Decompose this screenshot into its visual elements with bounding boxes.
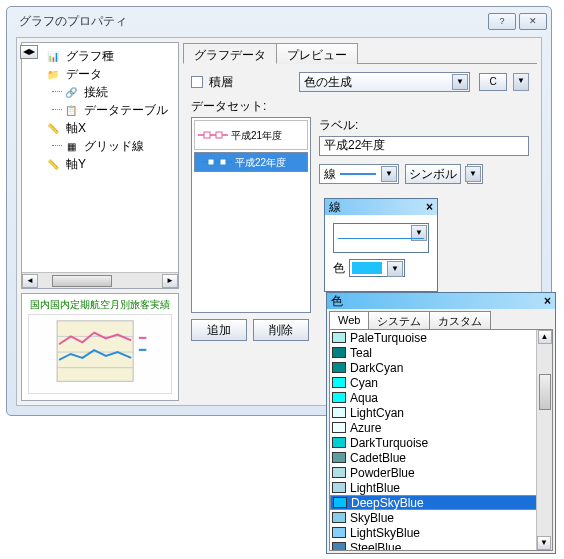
tab-web[interactable]: Web — [329, 311, 369, 329]
scroll-thumb[interactable] — [52, 275, 112, 287]
line-select[interactable]: 線 ▼ — [319, 164, 399, 184]
symbol-label: シンボル — [409, 166, 457, 183]
dataset-item[interactable]: 平成21年度 — [194, 120, 308, 150]
color-item[interactable]: Azure — [330, 420, 552, 435]
stack-checkbox[interactable] — [191, 76, 203, 88]
color-name: CadetBlue — [350, 451, 406, 465]
color-popup-header: 色 × — [327, 293, 555, 309]
scroll-left-icon[interactable]: ◄ — [22, 274, 38, 288]
scroll-up-icon[interactable]: ▲ — [538, 330, 552, 344]
color-item[interactable]: LightSkyBlue — [330, 525, 552, 540]
color-name: PowderBlue — [350, 466, 415, 480]
color-item[interactable]: PaleTurquoise — [330, 330, 552, 345]
delete-button[interactable]: 削除 — [253, 319, 309, 341]
tree-item[interactable]: 📏軸X — [44, 119, 176, 137]
color-item[interactable]: SkyBlue — [330, 510, 552, 525]
color-swatch — [332, 392, 346, 403]
dataset-list[interactable]: 平成21年度平成22年度 — [191, 117, 311, 313]
color-item[interactable]: SteelBlue — [330, 540, 552, 551]
c-button[interactable]: C — [479, 73, 507, 91]
svg-rect-10 — [208, 159, 214, 165]
h-scrollbar[interactable]: ◄ ► — [22, 272, 178, 288]
tab-custom[interactable]: カスタム — [429, 311, 491, 329]
color-item[interactable]: DarkTurquoise — [330, 435, 552, 450]
svg-text:━: ━ — [138, 343, 147, 356]
color-item[interactable]: LightCyan — [330, 405, 552, 420]
close-icon[interactable]: × — [544, 294, 551, 308]
scroll-thumb[interactable] — [539, 374, 551, 410]
stack-label: 積層 — [209, 74, 233, 91]
symbol-button[interactable]: シンボル — [405, 164, 461, 184]
collapse-button[interactable]: ◀▶ — [20, 45, 38, 59]
color-name: LightBlue — [350, 481, 400, 495]
color-name: DarkCyan — [350, 361, 403, 375]
dataset-label: 平成21年度 — [231, 130, 307, 141]
tree-item-label: グリッド線 — [84, 138, 144, 155]
tab-preview[interactable]: プレビュー — [276, 43, 358, 64]
color-item[interactable]: DeepSkyBlue — [330, 495, 552, 510]
chevron-down-icon: ▼ — [387, 261, 403, 277]
line-popup-header: 線 × — [325, 199, 437, 215]
color-swatch — [332, 362, 346, 373]
help-button[interactable]: ? — [488, 13, 516, 30]
color-name: Teal — [350, 346, 372, 360]
color-popup: 色 × Web システム カスタム PaleTurquoiseTealDarkC… — [326, 292, 556, 554]
color-item[interactable]: CadetBlue — [330, 450, 552, 465]
tree-item[interactable]: 📋データテーブル — [44, 101, 176, 119]
preview-title: 国内国内定期航空月別旅客実績 — [24, 298, 176, 312]
chevron-down-icon: ▼ — [411, 225, 427, 241]
color-name: Azure — [350, 421, 381, 435]
tree-item[interactable]: ▦グリッド線 — [44, 137, 176, 155]
v-scrollbar[interactable]: ▲ ▼ — [536, 330, 552, 550]
color-swatch — [333, 497, 347, 508]
tree-item[interactable]: 📏軸Y — [44, 155, 176, 173]
tree-panel: ◀▶ 📊グラフ種📁データ🔗接続📋データテーブル📏軸X▦グリッド線📏軸Y ◄ ► — [21, 42, 179, 289]
line-style-select[interactable]: ▼ — [333, 223, 429, 253]
property-tree[interactable]: 📊グラフ種📁データ🔗接続📋データテーブル📏軸X▦グリッド線📏軸Y — [22, 43, 178, 272]
color-swatch — [332, 332, 346, 343]
tree-item[interactable]: 📊グラフ種 — [44, 47, 176, 65]
chart-preview: 国内国内定期航空月別旅客実績 ━ ━ — [21, 293, 179, 401]
tab-system[interactable]: システム — [368, 311, 430, 329]
window-title: グラフのプロパティ — [19, 13, 488, 30]
color-item[interactable]: Aqua — [330, 390, 552, 405]
color-label: 色 — [333, 260, 345, 277]
close-button[interactable]: ✕ — [519, 13, 547, 30]
symbol-select[interactable]: ● ▼ — [467, 164, 483, 184]
color-list[interactable]: PaleTurquoiseTealDarkCyanCyanAquaLightCy… — [329, 329, 553, 551]
color-gen-select[interactable]: 色の生成 ▼ — [299, 72, 470, 92]
scroll-down-icon[interactable]: ▼ — [537, 536, 551, 550]
tree-item-label: 接続 — [84, 84, 108, 101]
tree-icon: 📁 — [44, 67, 62, 81]
color-item[interactable]: DarkCyan — [330, 360, 552, 375]
c-dropdown[interactable]: ▼ — [513, 73, 529, 91]
close-icon[interactable]: × — [426, 200, 433, 214]
color-name: Cyan — [350, 376, 378, 390]
color-swatch — [332, 482, 346, 493]
color-item[interactable]: PowderBlue — [330, 465, 552, 480]
color-name: SkyBlue — [350, 511, 394, 525]
line-color-select[interactable]: ▼ — [349, 259, 405, 277]
scroll-right-icon[interactable]: ► — [162, 274, 178, 288]
tree-item[interactable]: 🔗接続 — [44, 83, 176, 101]
tree-icon: 📋 — [62, 103, 80, 117]
svg-rect-11 — [220, 159, 226, 165]
label-input[interactable]: 平成22年度 — [319, 136, 529, 156]
color-item[interactable]: Cyan — [330, 375, 552, 390]
tab-graph-data[interactable]: グラフデータ — [183, 43, 277, 64]
tree-item-label: 軸Y — [66, 156, 86, 173]
svg-rect-8 — [216, 132, 222, 138]
tree-item-label: 軸X — [66, 120, 86, 137]
tree-item[interactable]: 📁データ — [44, 65, 176, 83]
titlebar: グラフのプロパティ ? ✕ — [7, 7, 551, 35]
color-swatch — [332, 407, 346, 418]
color-swatch — [332, 347, 346, 358]
color-name: Aqua — [350, 391, 378, 405]
color-swatch — [332, 452, 346, 463]
color-item[interactable]: Teal — [330, 345, 552, 360]
add-button[interactable]: 追加 — [191, 319, 247, 341]
color-swatch — [332, 542, 346, 551]
tree-icon: 📏 — [44, 157, 62, 171]
dataset-item[interactable]: 平成22年度 — [194, 152, 308, 172]
color-item[interactable]: LightBlue — [330, 480, 552, 495]
